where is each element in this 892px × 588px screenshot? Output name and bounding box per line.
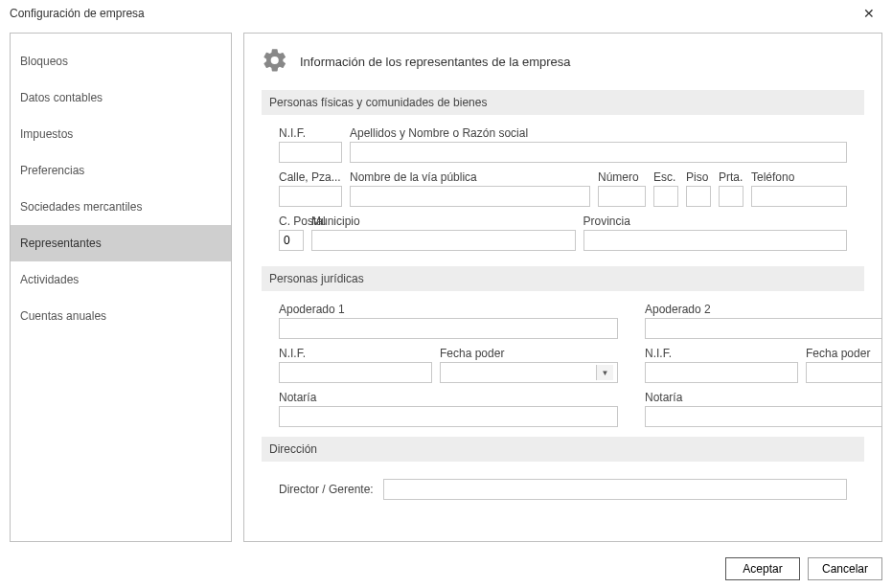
municipio-label: Municipio <box>311 215 576 228</box>
provincia-label: Provincia <box>583 215 848 228</box>
apoderado1-notaria-field[interactable] <box>279 406 618 427</box>
apoderado1-fecha-label: Fecha poder <box>440 347 618 360</box>
numero-field[interactable] <box>598 186 646 207</box>
telefono-field[interactable] <box>751 186 847 207</box>
via-field[interactable] <box>350 186 590 207</box>
apoderado2-label: Apoderado 2 <box>645 303 882 316</box>
apoderado2-fecha-field[interactable] <box>811 365 882 380</box>
esc-label: Esc. <box>653 170 678 184</box>
apellidos-field[interactable] <box>350 142 847 163</box>
calle-label: Calle, Pza... <box>279 170 342 184</box>
apoderado1-nombre-field[interactable] <box>279 318 618 339</box>
director-field[interactable] <box>383 479 847 500</box>
sidebar-item-cuentas-anuales[interactable]: Cuentas anuales <box>11 298 231 334</box>
apellidos-label: Apellidos y Nombre o Razón social <box>350 126 847 140</box>
sidebar-item-preferencias[interactable]: Preferencias <box>11 152 231 189</box>
cancel-button[interactable]: Cancelar <box>808 557 882 580</box>
apoderado1-fecha-combo[interactable]: ▼ <box>440 362 618 383</box>
apoderado2-fecha-label: Fecha poder <box>806 347 882 360</box>
sidebar-item-sociedades-mercantiles[interactable]: Sociedades mercantiles <box>11 189 231 225</box>
apoderado1-column: Apoderado 1 N.I.F. Fecha poder ▼ <box>279 303 618 427</box>
gear-icon <box>262 47 288 77</box>
sidebar-item-representantes[interactable]: Representantes <box>11 225 231 261</box>
panel-header: Información de los representantes de la … <box>262 47 864 77</box>
apoderado1-label: Apoderado 1 <box>279 303 618 316</box>
section-title-juridicas: Personas jurídicas <box>262 266 864 291</box>
municipio-field[interactable] <box>311 230 576 251</box>
sidebar: Bloqueos Datos contables Impuestos Prefe… <box>10 33 232 542</box>
esc-field[interactable] <box>653 186 678 207</box>
calle-field[interactable] <box>279 186 342 207</box>
nif-field[interactable] <box>279 142 342 163</box>
apoderado2-notaria-field[interactable] <box>645 406 882 427</box>
section-title-fisicas: Personas físicas y comunidades de bienes <box>262 90 864 115</box>
close-icon[interactable]: ✕ <box>856 3 882 24</box>
footer: Aceptar Cancelar <box>725 557 882 580</box>
sidebar-item-actividades[interactable]: Actividades <box>11 261 231 298</box>
provincia-field[interactable] <box>583 230 848 251</box>
via-label: Nombre de la vía pública <box>350 170 590 184</box>
titlebar: Configuración de empresa ✕ <box>0 0 892 27</box>
piso-label: Piso <box>686 170 711 184</box>
numero-label: Número <box>598 170 646 184</box>
accept-button[interactable]: Aceptar <box>725 557 800 580</box>
panel-title: Información de los representantes de la … <box>300 55 571 69</box>
apoderado1-notaria-label: Notaría <box>279 391 618 404</box>
telefono-label: Teléfono <box>751 170 847 184</box>
apoderado2-nif-label: N.I.F. <box>645 347 798 360</box>
apoderado2-notaria-label: Notaría <box>645 391 882 404</box>
sidebar-item-impuestos[interactable]: Impuestos <box>11 116 231 152</box>
apoderado2-column: Apoderado 2 N.I.F. Fecha poder ▼ <box>645 303 882 427</box>
chevron-down-icon[interactable]: ▼ <box>596 365 613 380</box>
prta-label: Prta. <box>719 170 743 184</box>
piso-field[interactable] <box>686 186 711 207</box>
direccion-row: Director / Gerente: <box>262 473 864 500</box>
apoderado1-fecha-field[interactable] <box>445 365 596 380</box>
director-label: Director / Gerente: <box>279 483 374 496</box>
apoderado2-nombre-field[interactable] <box>645 318 882 339</box>
prta-field[interactable] <box>719 186 743 207</box>
apoderado1-nif-label: N.I.F. <box>279 347 432 360</box>
apoderado2-fecha-combo[interactable]: ▼ <box>806 362 882 383</box>
section-title-direccion: Dirección <box>262 437 864 462</box>
content: Bloqueos Datos contables Impuestos Prefe… <box>0 27 892 550</box>
fisicas-form: N.I.F. Apellidos y Nombre o Razón social… <box>262 126 864 266</box>
nif-label: N.I.F. <box>279 126 342 140</box>
apoderado2-nif-field[interactable] <box>645 362 798 383</box>
cpostal-label: C. Postal <box>279 215 304 228</box>
sidebar-item-datos-contables[interactable]: Datos contables <box>11 79 231 116</box>
apoderado1-nif-field[interactable] <box>279 362 432 383</box>
juridicas-form: Apoderado 1 N.I.F. Fecha poder ▼ <box>262 303 864 437</box>
main-panel: Información de los representantes de la … <box>243 33 882 542</box>
window-title: Configuración de empresa <box>10 7 145 20</box>
cpostal-field[interactable] <box>279 230 304 251</box>
sidebar-item-bloqueos[interactable]: Bloqueos <box>11 43 231 79</box>
